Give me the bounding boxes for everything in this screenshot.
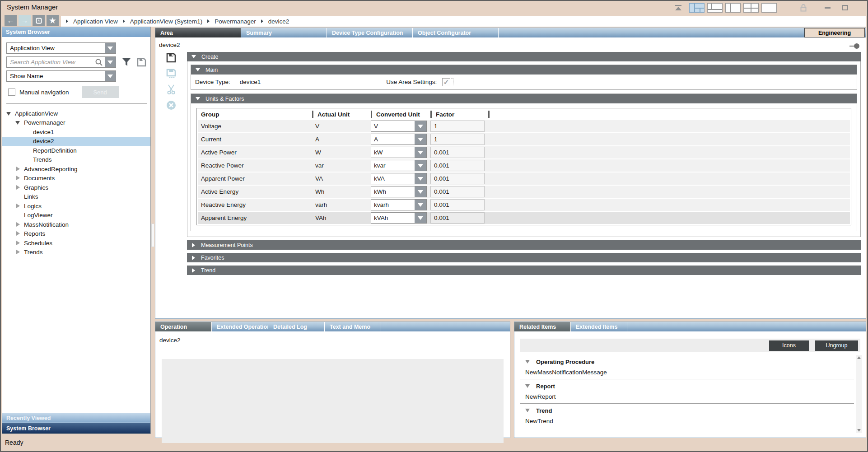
manual-navigation-checkbox[interactable] bbox=[8, 89, 15, 96]
search-icon[interactable] bbox=[95, 58, 104, 66]
use-area-settings-checkbox[interactable]: ✓ bbox=[442, 78, 450, 86]
converted-unit-dropdown[interactable]: V bbox=[371, 121, 427, 132]
factor-input[interactable]: 0.001 bbox=[430, 147, 485, 158]
tree-expander-icon[interactable] bbox=[15, 222, 21, 228]
tree-item[interactable]: ApplicationView bbox=[2, 109, 150, 118]
breadcrumb-item[interactable]: ApplicationView (System1) bbox=[130, 18, 202, 25]
chevron-down-icon[interactable] bbox=[415, 173, 426, 184]
cancel-icon[interactable] bbox=[166, 100, 176, 110]
engineering-mode-button[interactable]: Engineering bbox=[804, 28, 865, 37]
converted-unit-dropdown[interactable]: A bbox=[371, 134, 427, 145]
layout-option-button[interactable] bbox=[761, 3, 777, 13]
tree-item[interactable]: Documents bbox=[2, 174, 150, 183]
layout-option-button[interactable] bbox=[725, 3, 741, 13]
breadcrumb-item[interactable]: Application View bbox=[73, 18, 118, 25]
converted-unit-dropdown[interactable]: kVAh bbox=[371, 212, 427, 224]
tab[interactable]: Detailed Log bbox=[268, 322, 325, 331]
column-header-factor[interactable]: Factor bbox=[432, 108, 488, 120]
recently-viewed-bar[interactable]: Recently Viewed bbox=[2, 413, 150, 423]
collapsed-section-header[interactable]: Favorites bbox=[187, 253, 861, 262]
related-group-header[interactable]: Report bbox=[520, 381, 854, 391]
tree-expander-icon[interactable] bbox=[6, 111, 12, 116]
tree-expander-icon[interactable] bbox=[15, 194, 21, 200]
tree-expander-icon[interactable] bbox=[15, 166, 21, 172]
send-button[interactable]: Send bbox=[82, 86, 119, 98]
tree-item[interactable]: Schedules bbox=[2, 238, 150, 248]
factor-input[interactable]: 1 bbox=[430, 121, 485, 132]
view-selector-dropdown[interactable]: Application View bbox=[6, 42, 116, 54]
breadcrumb-item[interactable]: device2 bbox=[268, 18, 289, 25]
tree-expander-icon[interactable] bbox=[15, 175, 21, 181]
tab[interactable]: Extended Operation bbox=[212, 322, 268, 331]
tab[interactable]: Operation bbox=[155, 322, 212, 331]
ungroup-button[interactable]: Ungroup bbox=[815, 340, 858, 351]
units-table-row[interactable]: Active Energy Wh kWh bbox=[198, 186, 850, 198]
tree-expander-icon[interactable] bbox=[24, 148, 30, 154]
units-table-row[interactable]: Active Power W kW bbox=[198, 146, 850, 158]
chevron-down-icon[interactable] bbox=[415, 134, 426, 144]
tree-item[interactable]: device1 bbox=[2, 127, 150, 137]
history-icon[interactable] bbox=[33, 15, 45, 26]
save-filter-icon[interactable] bbox=[137, 58, 146, 67]
tab[interactable]: Extended Items bbox=[571, 322, 627, 331]
units-table-row[interactable]: Apparent Energy VAh kVAh bbox=[198, 212, 850, 224]
column-header-group[interactable]: Group bbox=[197, 108, 312, 120]
layout-option-button[interactable] bbox=[689, 3, 705, 13]
back-icon[interactable]: ← bbox=[5, 15, 17, 26]
converted-unit-dropdown[interactable]: kW bbox=[371, 147, 427, 158]
collapsed-section-header[interactable]: Measurement Points bbox=[187, 240, 861, 250]
chevron-down-icon[interactable] bbox=[415, 147, 426, 158]
tree-expander-icon[interactable] bbox=[24, 157, 30, 163]
chevron-down-icon[interactable] bbox=[415, 213, 426, 223]
favorites-star-icon[interactable]: ★ bbox=[47, 15, 59, 26]
tab[interactable]: Area bbox=[155, 28, 241, 37]
related-group-header[interactable]: Trend bbox=[520, 405, 854, 416]
factor-input[interactable]: 0.001 bbox=[430, 173, 485, 184]
tree-expander-icon[interactable] bbox=[15, 120, 21, 126]
create-section-header[interactable]: Create bbox=[187, 52, 861, 61]
column-header-actual-unit[interactable]: Actual Unit bbox=[313, 108, 371, 120]
minimize-icon[interactable] bbox=[825, 7, 831, 9]
units-table-row[interactable]: Current A A bbox=[198, 133, 850, 145]
chevron-down-icon[interactable] bbox=[415, 160, 426, 171]
tree-item[interactable]: Powermanager bbox=[2, 118, 150, 128]
layout-option-button[interactable] bbox=[707, 3, 723, 13]
lock-icon[interactable] bbox=[800, 4, 807, 12]
search-input[interactable]: Search Application View bbox=[6, 56, 116, 68]
related-scrollbar[interactable] bbox=[856, 355, 862, 433]
factor-input[interactable]: 0.001 bbox=[430, 199, 485, 210]
converted-unit-dropdown[interactable]: kvar bbox=[371, 160, 427, 171]
tree-item[interactable]: Graphics bbox=[2, 183, 150, 192]
tree-item[interactable]: Logics bbox=[2, 201, 150, 211]
cut-icon[interactable] bbox=[166, 84, 176, 94]
factor-input[interactable]: 1 bbox=[430, 134, 485, 145]
converted-unit-dropdown[interactable]: kVA bbox=[371, 173, 427, 184]
factor-input[interactable]: 0.001 bbox=[430, 160, 485, 171]
tree-item[interactable]: Trends bbox=[2, 155, 150, 165]
chevron-down-icon[interactable] bbox=[105, 43, 116, 53]
chevron-down-icon[interactable] bbox=[105, 57, 116, 67]
forward-icon[interactable]: → bbox=[19, 15, 31, 26]
tree-item[interactable]: ReportDefinition bbox=[2, 146, 150, 155]
breadcrumb-item[interactable]: Powermanager bbox=[215, 18, 256, 25]
tab[interactable]: Object Configurator bbox=[413, 28, 499, 37]
tree-item[interactable]: LogViewer bbox=[2, 211, 150, 220]
tree-item[interactable]: MassNotification bbox=[2, 220, 150, 229]
tree-expander-icon[interactable] bbox=[15, 240, 21, 246]
units-table-row[interactable]: Reactive Energy varh kvarh bbox=[198, 199, 850, 211]
tab[interactable]: Device Type Configuration bbox=[327, 28, 413, 37]
converted-unit-dropdown[interactable]: kvarh bbox=[371, 199, 427, 210]
tree-item[interactable]: device2 bbox=[2, 137, 150, 146]
tree-item[interactable]: AdvancedReporting bbox=[2, 164, 150, 174]
chevron-down-icon[interactable] bbox=[415, 121, 426, 131]
chevron-down-icon[interactable] bbox=[415, 186, 426, 197]
related-group-header[interactable]: Operating Procedure bbox=[520, 356, 854, 367]
pin-icon[interactable] bbox=[849, 43, 859, 49]
chevron-down-icon[interactable] bbox=[105, 71, 116, 81]
tree-expander-icon[interactable] bbox=[15, 249, 21, 255]
related-item[interactable]: NewReport bbox=[520, 391, 854, 402]
tab[interactable]: Related Items bbox=[514, 322, 571, 331]
display-mode-dropdown[interactable]: Show Name bbox=[6, 70, 116, 82]
tree-expander-icon[interactable] bbox=[15, 203, 21, 209]
tab[interactable]: Text and Memo bbox=[325, 322, 381, 331]
